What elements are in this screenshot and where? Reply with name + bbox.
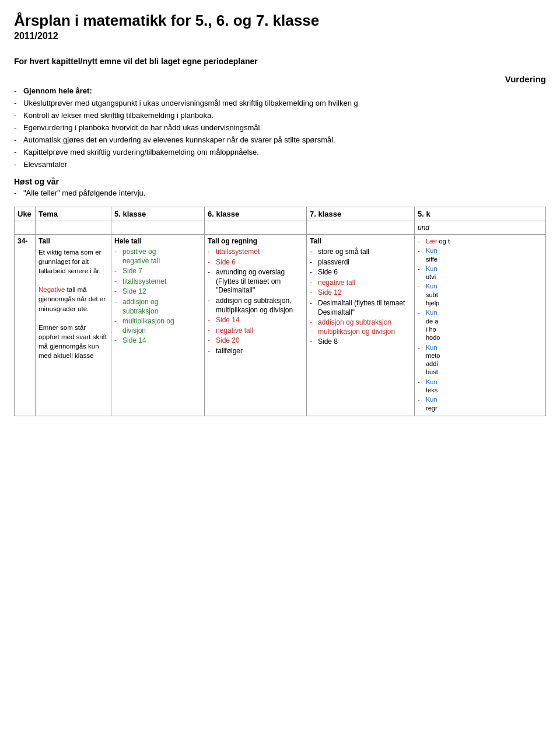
6k-item-3: addisjon og subtraksjon, multiplikasjon … [208, 297, 303, 315]
intro-item-5: Kapittelprøve med skriftlig vurdering/ti… [14, 148, 546, 156]
5k-item-4: addisjon ogsubtraksjon [114, 298, 201, 316]
subheader-7klasse [307, 221, 415, 235]
intro-item-3: Egenvurdering i planboka hvorvidt de har… [14, 123, 546, 132]
5k2-item-kun7: Kunregr [418, 395, 542, 412]
7k-item-3: negative tall [310, 278, 411, 288]
tema-desc: Et viktig tema som er grunnlaget for alt… [38, 248, 108, 360]
table-row: 34- Tall Et viktig tema som er grunnlage… [15, 235, 546, 416]
tagline: For hvert kapittel/nytt emne vil det bli… [14, 57, 546, 66]
6klasse-list: titallssystemet Side 6 avrunding og over… [208, 248, 303, 356]
table-subheader-row: und [15, 221, 546, 235]
subheader-6klasse [205, 221, 307, 235]
7klasse-title: Tall [310, 237, 411, 245]
5klasse-list: positive ognegative tall Side 7 titallss… [114, 248, 201, 346]
cell-5klasse: Hele tall positive ognegative tall Side … [111, 235, 205, 416]
vurdering-label: Vurdering [488, 74, 546, 84]
6k-item-7: tallfølger [208, 347, 303, 356]
cell-6klasse: Tall og regning titallssystemet Side 6 a… [205, 235, 307, 416]
5k-item-1: Side 7 [114, 267, 201, 276]
7k-item-5: Desimaltall (flyttes til temaet Desimalt… [310, 299, 411, 317]
6k-item-5: negative tall [208, 326, 303, 336]
hoest-vaar-list: "Alle teller" med påfølgende intervju. [14, 189, 546, 197]
5k-item-2: titallssystemet [114, 277, 201, 287]
table-header-row: Uke Tema 5. klasse 6. klasse 7. klasse 5… [15, 207, 546, 221]
7k-item-1: plassverdi [310, 258, 411, 267]
intro-item-6: Elevsamtaler [14, 160, 546, 169]
7k-item-2: Side 6 [310, 268, 411, 277]
hoest-vaar-item-0: "Alle teller" med påfølgende intervju. [14, 189, 546, 197]
6k-item-6: Side 20 [208, 336, 303, 346]
5klasse-title: Hele tall [114, 237, 201, 245]
7k-item-6: addisjon og subtraksjon multiplikasjon o… [310, 318, 411, 336]
col-header-6klasse: 6. klasse [205, 207, 307, 221]
subheader-5k2: und [415, 221, 546, 235]
intro-item-2: Kontroll av lekser med skriftlig tilbake… [14, 111, 546, 120]
title-left: Årsplan i matematikk for 5., 6. og 7. kl… [14, 12, 546, 51]
subheader-tema [36, 221, 111, 235]
5k-item-3: Side 12 [114, 287, 201, 297]
col-header-5klasse: 5. klasse [111, 207, 205, 221]
col-header-uke: Uke [15, 207, 36, 221]
5k-item-5: multiplikasjon ogdivisjon [114, 317, 201, 335]
hoest-vaar-title: Høst og vår [14, 177, 546, 186]
main-table: Uke Tema 5. klasse 6. klasse 7. klasse 5… [14, 207, 546, 416]
cell-tema: Tall Et viktig tema som er grunnlaget fo… [36, 235, 111, 416]
6k-item-0: titallssystemet [208, 248, 303, 257]
5k-item-0: positive ognegative tall [114, 248, 201, 266]
5k2-item-kun3: Kunsubthjelp [418, 282, 542, 307]
subheader-uke [15, 221, 36, 235]
5k2-item-lær: Lær og t [418, 237, 542, 245]
6k-item-4: Side 14 [208, 316, 303, 325]
7k-item-4: Side 12 [310, 288, 411, 298]
cell-7klasse: Tall store og små tall plassverdi Side 6… [307, 235, 415, 416]
5k2-list: Lær og t Kunsiffe Kunutvi Kunsubthjelp K… [418, 237, 542, 412]
page-subtitle: 2011/2012 [14, 31, 546, 41]
col-header-5k2: 5. k [415, 207, 546, 221]
6k-item-2: avrunding og overslag (Flyttes til temae… [208, 268, 303, 295]
5k2-item-kun4: Kunde ai hohodo [418, 308, 542, 342]
7k-item-7: Side 8 [310, 337, 411, 347]
5k2-item-kun6: Kunteks [418, 378, 542, 395]
col-header-tema: Tema [36, 207, 111, 221]
subheader-5klasse [111, 221, 205, 235]
7k-item-0: store og små tall [310, 248, 411, 257]
page-title: Årsplan i matematikk for 5., 6. og 7. kl… [14, 12, 546, 30]
5k2-item-kun1: Kunsiffe [418, 246, 542, 263]
5k2-item-kun5: Kunmetoaddibust [418, 343, 542, 377]
5k2-item-kun2: Kunutvi [418, 264, 542, 281]
intro-item-4: Automatisk gjøres det en vurdering av el… [14, 135, 546, 144]
cell-5k2: Lær og t Kunsiffe Kunutvi Kunsubthjelp K… [415, 235, 546, 416]
6k-item-1: Side 6 [208, 258, 303, 267]
6klasse-title: Tall og regning [208, 237, 303, 245]
intro-item-0: Gjennom hele året: [14, 86, 546, 95]
title-block: Årsplan i matematikk for 5., 6. og 7. kl… [14, 12, 546, 51]
page-container: Årsplan i matematikk for 5., 6. og 7. kl… [14, 12, 546, 416]
intro-list: Gjennom hele året: Ukesluttprøver med ut… [14, 86, 546, 169]
5k-item-6: Side 14 [114, 336, 201, 346]
intro-item-1: Ukesluttprøver med utgangspunkt i ukas u… [14, 99, 546, 107]
tema-title: Tall [38, 237, 108, 245]
col-header-7klasse: 7. klasse [307, 207, 415, 221]
cell-uke: 34- [15, 235, 36, 416]
7klasse-list: store og små tall plassverdi Side 6 nega… [310, 248, 411, 347]
